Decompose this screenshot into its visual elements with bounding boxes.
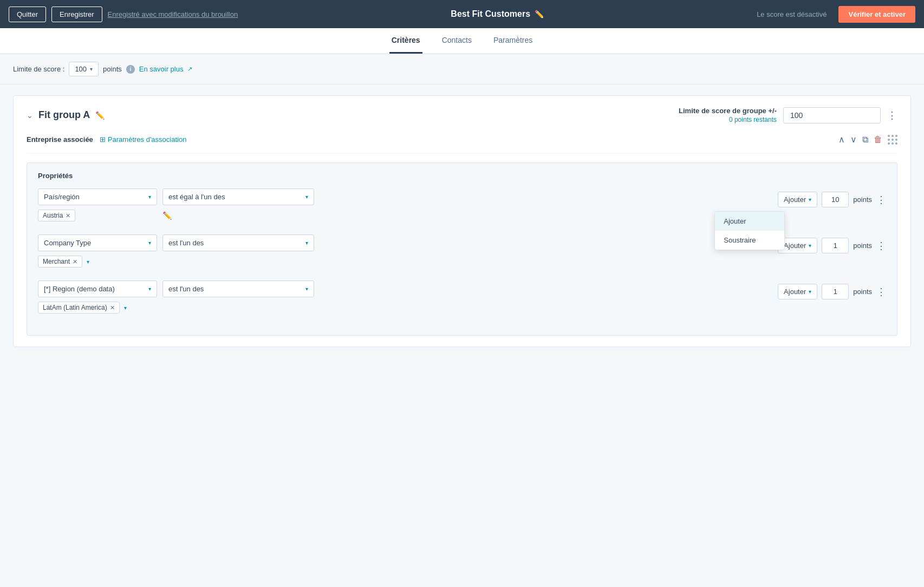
points-label-2: points bbox=[853, 242, 872, 250]
property-content-2: Company Type ▾ est l'un des ▾ Merchant bbox=[38, 234, 767, 268]
condition-select-2[interactable]: est l'un des ▾ bbox=[162, 234, 314, 251]
tag-close-latam[interactable]: ✕ bbox=[110, 304, 115, 311]
saved-status: Enregistré avec modifications du brouill… bbox=[108, 10, 238, 18]
score-limit-label: Limite de score : bbox=[13, 65, 64, 73]
association-link[interactable]: ⊞ Paramètres d'association bbox=[100, 135, 187, 144]
chevron-down-icon: ▾ bbox=[809, 289, 811, 295]
main-content: ⌄ Fit group A ✏️ Limite de score de grou… bbox=[0, 84, 924, 587]
settings-icon: ⊞ bbox=[100, 135, 106, 144]
group-score-input[interactable] bbox=[783, 107, 881, 123]
association-label: Entreprise associée bbox=[27, 135, 93, 144]
tag-close-merchant[interactable]: ✕ bbox=[73, 258, 77, 265]
chevron-down-icon: ▾ bbox=[90, 66, 93, 72]
association-left: Entreprise associée ⊞ Paramètres d'assoc… bbox=[27, 135, 186, 144]
group-score-remaining: 0 points restants bbox=[679, 116, 777, 123]
tag-austria: Austria ✕ bbox=[38, 210, 75, 221]
association-row: Entreprise associée ⊞ Paramètres d'assoc… bbox=[27, 134, 897, 154]
tag-container-2: Merchant ✕ ▾ bbox=[38, 256, 157, 268]
dropdown-item-soustraire[interactable]: Soustraire bbox=[715, 231, 784, 250]
points-input-1[interactable] bbox=[822, 192, 849, 207]
chevron-down2-icon[interactable]: ∨ bbox=[850, 134, 857, 145]
association-right: ∧ ∨ ⧉ 🗑 bbox=[838, 134, 897, 145]
save-button[interactable]: Enregistrer bbox=[51, 6, 102, 22]
trash-icon[interactable]: 🗑 bbox=[874, 135, 882, 145]
tabs-nav: Critères Contacts Paramètres bbox=[0, 28, 924, 54]
activate-button[interactable]: Vérifier et activer bbox=[838, 6, 915, 23]
property-actions-3: Ajouter ▾ points ⋮ bbox=[778, 284, 886, 299]
properties-title: Propriétés bbox=[38, 172, 886, 180]
property-row-3: [*] Region (demo data) ▾ est l'un des ▾ … bbox=[38, 281, 886, 314]
chevron-down-icon[interactable]: ⌄ bbox=[27, 111, 33, 120]
row-menu-icon-2[interactable]: ⋮ bbox=[876, 240, 886, 252]
group-header: ⌄ Fit group A ✏️ Limite de score de grou… bbox=[27, 107, 897, 123]
external-link-icon: ↗ bbox=[187, 66, 192, 73]
app-header: Quitter Enregistrer Enregistré avec modi… bbox=[0, 0, 924, 28]
property-row-bottom-2: Merchant ✕ ▾ bbox=[38, 256, 767, 268]
group-card: ⌄ Fit group A ✏️ Limite de score de grou… bbox=[13, 95, 911, 347]
condition-select-3[interactable]: est l'un des ▾ bbox=[162, 281, 314, 297]
group-score-section: Limite de score de groupe +/- 0 points r… bbox=[679, 107, 897, 123]
ajouter-dropdown: Ajouter Soustraire bbox=[714, 211, 785, 250]
property-row-1: País/región ▾ est égal à l'un des ▾ Aust… bbox=[38, 188, 886, 221]
ajouter-btn-3[interactable]: Ajouter ▾ bbox=[778, 284, 817, 299]
property-row-bottom-1: Austria ✕ ✏️ bbox=[38, 210, 767, 221]
field-select-3[interactable]: [*] Region (demo data) ▾ bbox=[38, 281, 157, 297]
group-title-section: ⌄ Fit group A ✏️ bbox=[27, 109, 105, 121]
tag-container-3: LatAm (Latin America) ✕ ▾ bbox=[38, 302, 157, 314]
tag-close-austria[interactable]: ✕ bbox=[66, 212, 70, 219]
tab-criteres[interactable]: Critères bbox=[389, 28, 422, 54]
chevron-down-icon: ▾ bbox=[148, 286, 151, 292]
property-row-top-2: Company Type ▾ est l'un des ▾ bbox=[38, 234, 767, 251]
points-input-3[interactable] bbox=[822, 284, 849, 299]
score-status: Le score est désactivé bbox=[757, 10, 827, 18]
property-actions-1: Ajouter ▾ Ajouter Soustraire points ⋮ bbox=[778, 192, 886, 207]
group-title: Fit group A bbox=[38, 109, 90, 121]
score-limit-dropdown[interactable]: 100 ▾ bbox=[69, 62, 99, 76]
property-row-bottom-3: LatAm (Latin America) ✕ ▾ bbox=[38, 302, 767, 314]
info-icon: i bbox=[126, 65, 135, 74]
property-content-1: País/región ▾ est égal à l'un des ▾ Aust… bbox=[38, 188, 767, 221]
chevron-up-icon[interactable]: ∧ bbox=[838, 134, 845, 145]
points-label-3: points bbox=[853, 288, 872, 296]
chevron-down-icon: ▾ bbox=[809, 197, 811, 203]
chevron-down-icon: ▾ bbox=[148, 240, 151, 246]
tab-parametres[interactable]: Paramètres bbox=[491, 28, 535, 54]
chevron-down-icon: ▾ bbox=[809, 243, 811, 249]
condition-select-1[interactable]: est égal à l'un des ▾ bbox=[162, 188, 314, 205]
property-row-top-3: [*] Region (demo data) ▾ est l'un des ▾ bbox=[38, 281, 767, 297]
group-menu-icon[interactable]: ⋮ bbox=[887, 109, 897, 121]
chevron-down-icon: ▾ bbox=[305, 240, 308, 246]
tag-container-1: Austria ✕ bbox=[38, 210, 157, 221]
row-menu-icon-3[interactable]: ⋮ bbox=[876, 286, 886, 298]
app-title: Best Fit Customers ✏️ bbox=[243, 9, 751, 19]
score-limit-bar: Limite de score : 100 ▾ points i En savo… bbox=[0, 54, 924, 84]
points-label-1: points bbox=[853, 195, 872, 204]
tag-dropdown-2[interactable]: ▾ bbox=[87, 259, 89, 265]
group-score-limit-label: Limite de score de groupe +/- bbox=[679, 107, 777, 115]
chevron-down-icon: ▾ bbox=[305, 194, 308, 200]
tag-dropdown-3[interactable]: ▾ bbox=[124, 305, 127, 311]
tab-contacts[interactable]: Contacts bbox=[440, 28, 474, 54]
property-row-top-1: País/región ▾ est égal à l'un des ▾ bbox=[38, 188, 767, 205]
chevron-down-icon: ▾ bbox=[305, 286, 308, 292]
copy-icon[interactable]: ⧉ bbox=[862, 135, 868, 145]
points-input-2[interactable] bbox=[822, 238, 849, 253]
tag-merchant: Merchant ✕ bbox=[38, 256, 82, 268]
learn-more-link[interactable]: En savoir plus bbox=[139, 65, 184, 73]
points-label: points bbox=[103, 65, 122, 73]
quit-button[interactable]: Quitter bbox=[9, 6, 46, 22]
dropdown-item-ajouter[interactable]: Ajouter bbox=[715, 212, 784, 231]
property-content-3: [*] Region (demo data) ▾ est l'un des ▾ … bbox=[38, 281, 767, 314]
edit-group-icon[interactable]: ✏️ bbox=[95, 111, 105, 120]
pencil-icon-1[interactable]: ✏️ bbox=[162, 211, 172, 220]
properties-section: Propriétés País/región ▾ est égal à l'un… bbox=[27, 162, 897, 336]
property-actions-2: Ajouter ▾ points ⋮ bbox=[778, 238, 886, 253]
edit-title-icon[interactable]: ✏️ bbox=[535, 10, 544, 18]
tag-latam: LatAm (Latin America) ✕ bbox=[38, 302, 120, 314]
field-select-1[interactable]: País/región ▾ bbox=[38, 188, 157, 205]
ajouter-btn-1[interactable]: Ajouter ▾ bbox=[778, 192, 817, 207]
row-menu-icon-1[interactable]: ⋮ bbox=[876, 194, 886, 206]
field-select-2[interactable]: Company Type ▾ bbox=[38, 234, 157, 251]
chevron-down-icon: ▾ bbox=[148, 194, 151, 200]
drag-handle[interactable] bbox=[888, 135, 897, 145]
